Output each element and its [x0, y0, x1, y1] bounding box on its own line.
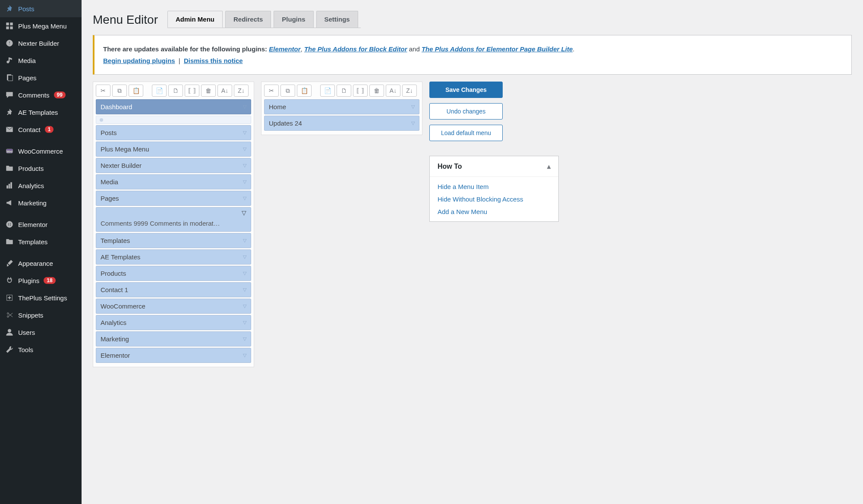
toolbar-expand-button[interactable]: ⟦ ⟧	[185, 85, 199, 97]
toolbar-sort-az-button[interactable]: A↓	[386, 85, 400, 97]
toolbar-new-button[interactable]: 📄	[320, 85, 335, 97]
notice-link-1[interactable]: Elementor	[269, 45, 300, 53]
sidebar-item-analytics[interactable]: Analytics	[0, 177, 82, 194]
sidebar-item-nexter-builder[interactable]: Nexter Builder	[0, 35, 82, 52]
sidebar-item-media[interactable]: Media	[0, 52, 82, 69]
toolbar-copy-button[interactable]: ⧉	[112, 85, 127, 97]
menu-item-products[interactable]: Products▽	[96, 266, 251, 281]
alert-icon	[5, 39, 14, 47]
toolbar-sort-az-button[interactable]: A↓	[217, 85, 232, 97]
howto-link-hide-a-menu-item[interactable]: Hide a Menu Item	[438, 183, 551, 190]
menu-item-elementor[interactable]: Elementor▽	[96, 348, 251, 363]
svg-rect-14	[7, 186, 8, 188]
svg-point-24	[7, 313, 9, 315]
svg-rect-10	[8, 76, 13, 81]
menu-item-label: Elementor	[101, 352, 130, 359]
sidebar-item-appearance[interactable]: Appearance	[0, 255, 82, 272]
menu-item-comments[interactable]: ▽Comments 9999 Comments in moderat…	[96, 207, 251, 232]
menu-item-woocommerce[interactable]: WooCommerce▽	[96, 299, 251, 314]
sidebar-item-ae-templates[interactable]: AE Templates	[0, 104, 82, 121]
menu-item-contact-1[interactable]: Contact 1▽	[96, 282, 251, 297]
sidebar-item-templates[interactable]: Templates	[0, 233, 82, 250]
sidebar-item-label: Tools	[18, 346, 33, 353]
toolbar-delete-button[interactable]: 🗑	[369, 85, 384, 97]
sidebar-item-plugins[interactable]: Plugins18	[0, 272, 82, 289]
sidebar-item-elementor[interactable]: Elementor	[0, 216, 82, 233]
sidebar-item-label: Marketing	[18, 199, 47, 207]
sidebar-item-woocommerce[interactable]: wooWooCommerce	[0, 142, 82, 160]
svg-rect-20	[9, 224, 11, 225]
toolbar-copy-button[interactable]: ⧉	[280, 85, 295, 97]
tab-admin-menu[interactable]: Admin Menu	[167, 11, 223, 28]
begin-updating-link[interactable]: Begin updating plugins	[103, 57, 175, 64]
notice-mid: and	[409, 45, 422, 53]
toolbar-cut-button[interactable]: ✂	[264, 85, 279, 97]
sidebar-item-pages[interactable]: Pages	[0, 69, 82, 86]
folder-icon	[5, 164, 14, 173]
howto-link-hide-without-blocking-access[interactable]: Hide Without Blocking Access	[438, 195, 551, 203]
menu-item-nexter-builder[interactable]: Nexter Builder▽	[96, 158, 251, 173]
pin-icon	[5, 108, 14, 117]
sidebar-item-products[interactable]: Products	[0, 160, 82, 177]
menu-item-media[interactable]: Media▽	[96, 174, 251, 189]
sidebar-item-snippets[interactable]: Snippets	[0, 306, 82, 324]
sidebar-item-label: Snippets	[18, 312, 43, 319]
tab-redirects[interactable]: Redirects	[225, 11, 271, 28]
toolbar-sort-za-button[interactable]: Z↓	[234, 85, 249, 97]
toolbar-new-separator-button[interactable]: 🗋	[168, 85, 183, 97]
toolbar-sort-za-button[interactable]: Z↓	[402, 85, 417, 97]
submenu-item-updates-24[interactable]: Updates 24▽	[264, 116, 419, 131]
menu-item-label: Plus Mega Menu	[101, 145, 149, 153]
howto-header[interactable]: How To ▴	[430, 156, 558, 177]
undo-button[interactable]: Undo changes	[429, 103, 503, 120]
menu-panel-right: ✂⧉📋📄🗋⟦ ⟧🗑A↓Z↓ Home▽Updates 24▽	[261, 82, 422, 135]
toolbar-new-button[interactable]: 📄	[152, 85, 167, 97]
sidebar-item-label: Plugins	[18, 277, 39, 284]
toolbar-cut-button[interactable]: ✂	[96, 85, 110, 97]
sidebar-item-posts[interactable]: Posts	[0, 0, 82, 17]
howto-link-add-a-new-menu[interactable]: Add a New Menu	[438, 208, 551, 215]
menu-item-dashboard[interactable]: Dashboard▽	[96, 99, 251, 114]
sidebar-badge: 99	[54, 91, 66, 98]
toolbar-paste-button[interactable]: 📋	[297, 85, 312, 97]
sidebar-item-comments[interactable]: Comments99	[0, 86, 82, 104]
menu-item-pages[interactable]: Pages▽	[96, 191, 251, 206]
menu-item-marketing[interactable]: Marketing▽	[96, 331, 251, 346]
sidebar-item-plus-mega-menu[interactable]: Plus Mega Menu	[0, 17, 82, 35]
sidebar-item-theplus-settings[interactable]: ThePlus Settings	[0, 289, 82, 306]
toolbar-expand-button[interactable]: ⟦ ⟧	[353, 85, 368, 97]
load-default-button[interactable]: Load default menu	[429, 125, 503, 141]
howto-panel: How To ▴ Hide a Menu ItemHide Without Bl…	[429, 156, 559, 222]
sidebar-item-marketing[interactable]: Marketing	[0, 194, 82, 211]
menu-item-label: Templates	[101, 237, 130, 244]
notice-link-2[interactable]: The Plus Addons for Block Editor	[304, 45, 407, 53]
save-button[interactable]: Save Changes	[429, 82, 503, 98]
menu-item-posts[interactable]: Posts▽	[96, 125, 251, 140]
svg-rect-0	[6, 23, 9, 25]
toolbar-paste-button[interactable]: 📋	[129, 85, 143, 97]
dropdown-icon: ▽	[243, 179, 246, 185]
menu-item-templates[interactable]: Templates▽	[96, 233, 251, 248]
tab-plugins[interactable]: Plugins	[274, 11, 313, 28]
notice-link-3[interactable]: The Plus Addons for Elementor Page Build…	[422, 45, 573, 53]
menu-separator[interactable]	[96, 116, 251, 124]
sidebar-item-contact[interactable]: Contact1	[0, 121, 82, 138]
dismiss-notice-link[interactable]: Dismiss this notice	[184, 57, 243, 64]
menu-item-label: Posts	[101, 129, 117, 136]
toolbar-new-separator-button[interactable]: 🗋	[337, 85, 351, 97]
sidebar-item-tools[interactable]: Tools	[0, 341, 82, 358]
dropdown-icon: ▽	[243, 195, 246, 201]
sidebar-item-label: Analytics	[18, 182, 44, 189]
sidebar-item-label: Templates	[18, 238, 47, 246]
menu-item-analytics[interactable]: Analytics▽	[96, 315, 251, 330]
menu-item-plus-mega-menu[interactable]: Plus Mega Menu▽	[96, 142, 251, 157]
toolbar-delete-button[interactable]: 🗑	[201, 85, 216, 97]
sidebar-item-users[interactable]: Users	[0, 324, 82, 341]
sidebar-item-label: Comments	[18, 91, 50, 99]
tab-settings[interactable]: Settings	[316, 11, 358, 28]
sidebar-item-label: Contact	[18, 126, 41, 133]
sidebar-item-label: Nexter Builder	[18, 40, 59, 47]
menu-item-ae-templates[interactable]: AE Templates▽	[96, 249, 251, 265]
submenu-item-home[interactable]: Home▽	[264, 99, 419, 114]
sidebar-item-label: Plus Mega Menu	[18, 22, 67, 30]
